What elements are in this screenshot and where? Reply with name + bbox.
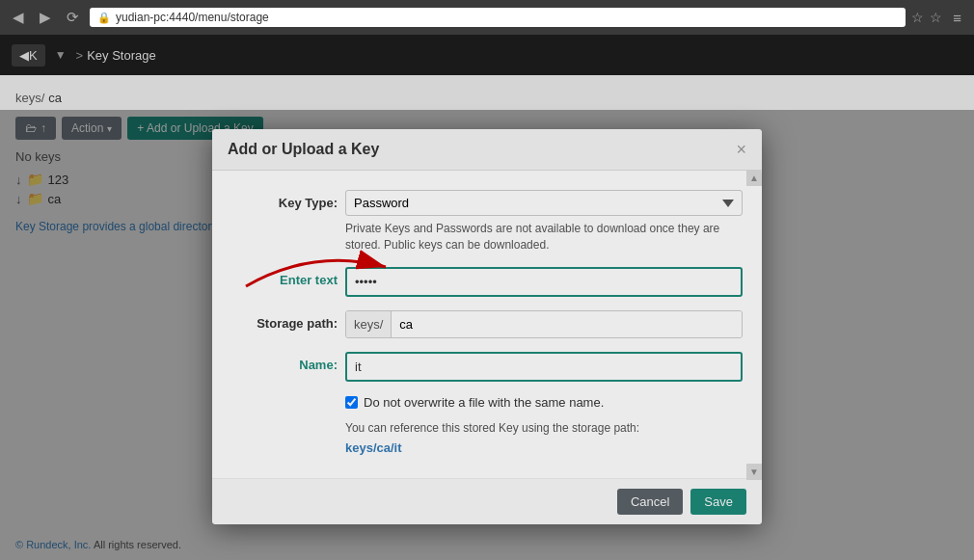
storage-path-wrap: keys/ xyxy=(345,310,743,338)
lock-icon: 🔒 xyxy=(97,12,111,24)
name-row: Name: xyxy=(231,352,743,382)
modal-title: Add or Upload a Key xyxy=(228,141,379,158)
bookmark-star-icon[interactable]: ☆ xyxy=(911,10,924,25)
scroll-down-button[interactable]: ▼ xyxy=(746,464,762,480)
modal-dialog: ▲ Add or Upload a Key × Key Type: Passwo… xyxy=(212,129,762,524)
path-value: ca xyxy=(48,91,62,105)
enter-text-wrap xyxy=(345,267,743,297)
breadcrumb: > Key Storage xyxy=(76,48,156,63)
no-overwrite-checkbox[interactable] xyxy=(345,396,358,409)
reference-link[interactable]: keys/ca/it xyxy=(231,440,743,455)
no-overwrite-label: Do not overwrite a file with the same na… xyxy=(364,395,604,410)
bookmark-icon[interactable]: ☆ xyxy=(930,10,942,25)
enter-text-row: Enter text xyxy=(231,267,743,297)
name-label: Name: xyxy=(231,352,338,372)
storage-path-input[interactable] xyxy=(392,311,742,337)
reference-text: You can reference this stored Key using … xyxy=(231,421,743,435)
menu-button[interactable]: ≡ xyxy=(948,8,966,28)
path-label: keys/ xyxy=(15,91,44,105)
browser-bar: ◀ ▶ ⟳ 🔒 yudian-pc:4440/menu/storage ☆ ☆ … xyxy=(0,0,974,35)
modal-close-button[interactable]: × xyxy=(736,141,746,158)
key-type-select[interactable]: Password Public Key Private Key xyxy=(345,190,743,216)
header-separator: ▼ xyxy=(55,48,67,62)
storage-path-prefix: keys/ xyxy=(346,311,392,337)
storage-path-label: Storage path: xyxy=(231,310,338,331)
name-input[interactable] xyxy=(345,352,743,382)
cancel-button[interactable]: Cancel xyxy=(617,489,683,515)
overwrite-checkbox-row: Do not overwrite a file with the same na… xyxy=(231,395,743,410)
name-wrap xyxy=(345,352,743,382)
url-bar: 🔒 yudian-pc:4440/menu/storage xyxy=(90,8,906,27)
enter-text-label: Enter text xyxy=(231,267,338,287)
modal-header: Add or Upload a Key × xyxy=(212,129,762,171)
scroll-up-button[interactable]: ▲ xyxy=(746,170,762,186)
storage-path-field: keys/ xyxy=(345,310,743,338)
reload-button[interactable]: ⟳ xyxy=(62,7,84,28)
key-type-row: Key Type: Password Public Key Private Ke… xyxy=(231,190,743,253)
enter-text-input[interactable] xyxy=(345,267,743,297)
forward-button[interactable]: ▶ xyxy=(35,7,56,28)
main-content: keys/ ca 🗁 ↑ Action ▾ + Add or Upload a … xyxy=(0,75,974,560)
modal-footer: Cancel Save xyxy=(212,478,762,524)
url-text: yudian-pc:4440/menu/storage xyxy=(116,11,269,24)
storage-path-row: Storage path: keys/ xyxy=(231,310,743,338)
app-back-button[interactable]: ◀K xyxy=(12,44,45,67)
breadcrumb-page-title: Key Storage xyxy=(87,48,156,63)
key-type-hint: Private Keys and Passwords are not avail… xyxy=(345,221,743,253)
save-button[interactable]: Save xyxy=(690,489,746,515)
key-type-wrap: Password Public Key Private Key Private … xyxy=(345,190,743,253)
app-header: ◀K ▼ > Key Storage xyxy=(0,35,974,75)
key-type-label: Key Type: xyxy=(231,190,338,210)
modal-body: Key Type: Password Public Key Private Ke… xyxy=(212,171,762,478)
path-bar: keys/ ca xyxy=(15,91,959,105)
back-button[interactable]: ◀ xyxy=(8,7,29,28)
modal-overlay: ▲ Add or Upload a Key × Key Type: Passwo… xyxy=(0,110,974,560)
breadcrumb-chevron: > xyxy=(76,48,84,63)
